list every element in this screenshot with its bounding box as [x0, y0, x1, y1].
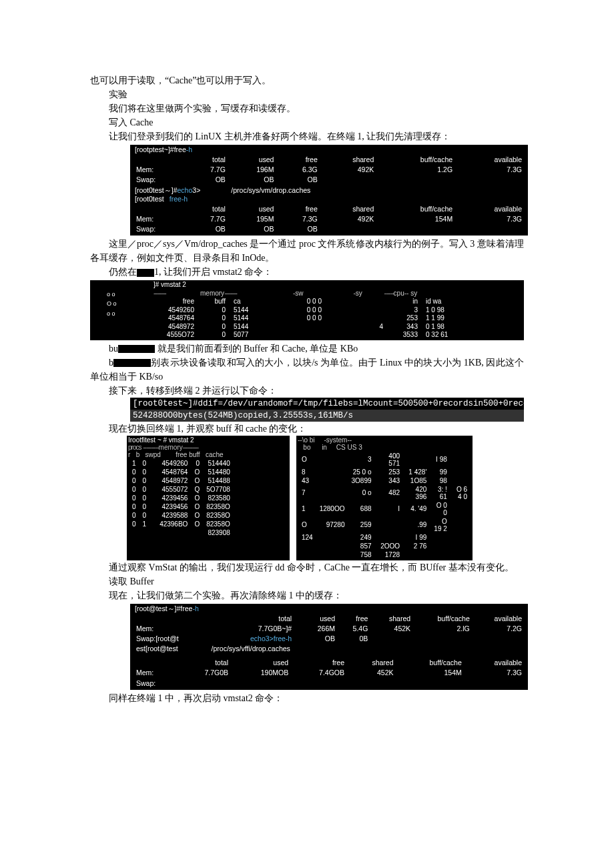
para-9: 接下来，转移到终端 2 并运行以下命令： — [90, 384, 524, 398]
para-13: 现在，让我们做第二个实验。再次清除终端 1 中的缓存： — [90, 588, 524, 602]
vm-prompt: ]# vmstat 2 — [154, 281, 524, 290]
vm-left-cmd: Irootfitest ~ # vmstat 2 — [128, 436, 288, 444]
para-4-line1: 让我们登录到我们的 LinUX 主机并准备好两个终端。在终端 1, 让我们先清理… — [90, 129, 524, 143]
cmd: [rootptest~]#free-h — [132, 145, 195, 154]
dd-line1: [root0test~]#ddif=/dev/urandomof=/tmp/fi… — [130, 398, 524, 410]
para-1: 实验 — [90, 87, 524, 101]
cmd-echo: [root0test～]#echo3> — [132, 186, 203, 195]
para-0: 也可以用于读取，“Cache”也可以用于写入。 — [90, 73, 524, 87]
para-5: 这里／proc／sys／Vm/drop_caches 是一个通过 proc 文件… — [90, 237, 524, 265]
cmd-free2: [root0test — [132, 195, 167, 203]
terminal-vmstat-pair: Irootfitest ~ # vmstat 2 procs ---------… — [127, 436, 524, 560]
terminal-dd: [root0test~]#ddif=/dev/urandomof=/tmp/fi… — [130, 398, 524, 422]
terminal-vmstat-1: o oO oo o ]# vmstat 2 --------memory----… — [90, 280, 524, 340]
cmd: [root@test～]#free-h — [132, 604, 202, 613]
para-7: bu 就是我们前面看到的 Buffer 和 Cache, 单位是 KBo — [90, 342, 524, 356]
para-3: 写入 Cache — [90, 115, 524, 129]
vm-left: Irootfitest ~ # vmstat 2 procs ---------… — [127, 436, 290, 560]
para-11: 通过观察 VmStat 的输出，我们发现运行 dd 命令时，CaChe 一直在增… — [90, 560, 524, 574]
para-2: 我们将在这里做两个实验，写缓存和读缓存。 — [90, 101, 524, 115]
terminal-free-2: [root@test～]#free-h totalusedfreesharedb… — [130, 604, 528, 690]
para-10: 现在切换回终端 1, 并观察 buff 和 cache 的变化： — [90, 422, 524, 436]
terminal-free-1: [rootptest~]#free-h total used free shar… — [130, 145, 528, 236]
para-12: 读取 Buffer — [90, 574, 524, 588]
side-dots: o oO oo o — [107, 291, 117, 318]
page: 也可以用于读取，“Cache”也可以用于写入。 实验 我们将在这里做两个实验，写… — [0, 0, 614, 868]
dd-line3: 524288OO0bytes(524MB)copied,3.25553s,161… — [130, 410, 524, 422]
vm-right: --\o bi -system-- bo in CS US 3 O3400 57… — [296, 436, 473, 560]
para-8: b别表示块设备读取和写入的大小，以块/s 为单位。由于 Linux 中的块大小为… — [90, 356, 524, 384]
para-14: 同样在终端 1 中，再次启动 vmstat2 命令： — [90, 691, 524, 705]
para-6: 仍然在1, 让我们开启 vmstat2 命令： — [90, 265, 524, 279]
